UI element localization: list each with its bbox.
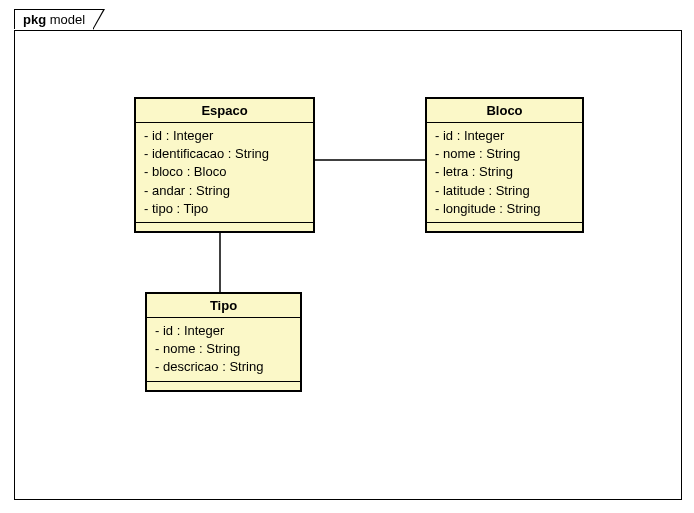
class-bloco-name: Bloco: [427, 99, 582, 123]
class-espaco-name: Espaco: [136, 99, 313, 123]
class-bloco: Bloco - id : Integer - nome : String - l…: [425, 97, 584, 233]
attr-row: - nome : String: [155, 340, 292, 358]
attr-row: - letra : String: [435, 163, 574, 181]
class-espaco-ops: [136, 223, 313, 231]
class-tipo-attrs: - id : Integer - nome : String - descric…: [147, 318, 300, 382]
attr-row: - descricao : String: [155, 358, 292, 376]
attr-row: - id : Integer: [435, 127, 574, 145]
package-name: model: [50, 12, 85, 27]
attr-row: - bloco : Bloco: [144, 163, 305, 181]
class-espaco: Espaco - id : Integer - identificacao : …: [134, 97, 315, 233]
class-tipo-ops: [147, 382, 300, 390]
class-tipo: Tipo - id : Integer - nome : String - de…: [145, 292, 302, 392]
attr-row: - latitude : String: [435, 182, 574, 200]
class-espaco-attrs: - id : Integer - identificacao : String …: [136, 123, 313, 223]
diagram-canvas: { "package": { "prefix": "pkg", "name": …: [0, 0, 694, 513]
attr-row: - longitude : String: [435, 200, 574, 218]
attr-row: - identificacao : String: [144, 145, 305, 163]
attr-row: - tipo : Tipo: [144, 200, 305, 218]
class-bloco-ops: [427, 223, 582, 231]
attr-row: - nome : String: [435, 145, 574, 163]
attr-row: - id : Integer: [144, 127, 305, 145]
package-tab: pkg model: [14, 9, 94, 29]
package-prefix: pkg: [23, 12, 46, 27]
attr-row: - andar : String: [144, 182, 305, 200]
class-tipo-name: Tipo: [147, 294, 300, 318]
attr-row: - id : Integer: [155, 322, 292, 340]
class-bloco-attrs: - id : Integer - nome : String - letra :…: [427, 123, 582, 223]
